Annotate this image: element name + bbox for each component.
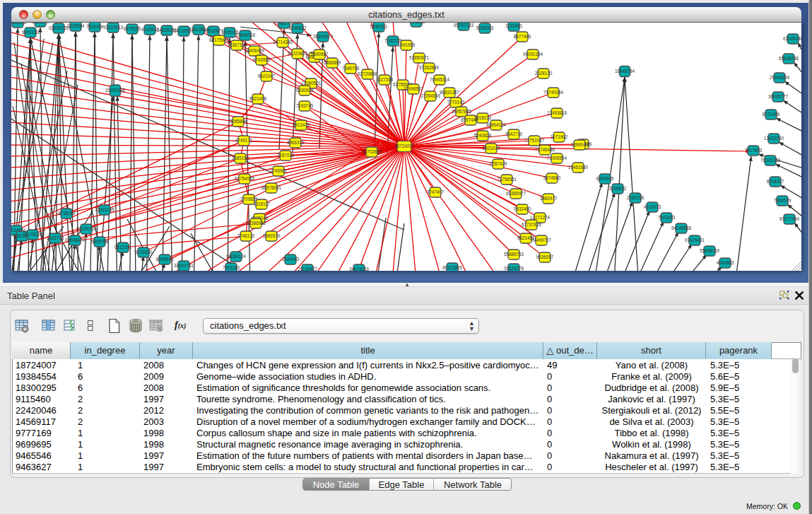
svg-text:60385977: 60385977	[506, 191, 526, 196]
svg-text:55698169: 55698169	[700, 248, 720, 253]
svg-text:76945314: 76945314	[430, 77, 450, 82]
svg-text:34714345: 34714345	[273, 40, 293, 45]
svg-text:1491905: 1491905	[398, 42, 416, 47]
svg-text:15451680: 15451680	[568, 165, 589, 170]
svg-text:94406409: 94406409	[245, 48, 265, 53]
svg-text:9421047: 9421047	[258, 74, 276, 78]
svg-text:3285884: 3285884	[230, 119, 247, 124]
svg-text:0932480: 0932480	[514, 206, 531, 211]
svg-text:3518233: 3518233	[474, 115, 492, 120]
svg-text:61595148: 61595148	[783, 36, 801, 41]
svg-text:81754965: 81754965	[235, 176, 255, 181]
svg-text:5240824: 5240824	[474, 133, 492, 138]
svg-text:01429401: 01429401	[685, 238, 705, 243]
svg-text:55886753: 55886753	[504, 252, 524, 257]
svg-text:7193745: 7193745	[296, 103, 314, 108]
svg-text:62729806: 62729806	[358, 71, 378, 76]
svg-text:3685160: 3685160	[232, 156, 249, 160]
svg-text:6998543: 6998543	[156, 257, 174, 262]
svg-text:87277434: 87277434	[779, 216, 800, 221]
svg-text:0842710: 0842710	[505, 132, 523, 136]
svg-text:4738299: 4738299	[58, 211, 76, 216]
svg-text:8721489: 8721489	[763, 112, 780, 117]
svg-text:4896383: 4896383	[408, 23, 425, 24]
svg-text:34624751: 34624751	[174, 263, 194, 268]
svg-text:9521456: 9521456	[249, 96, 267, 101]
svg-text:0330923: 0330923	[296, 88, 314, 93]
svg-text:7543303: 7543303	[658, 215, 676, 220]
svg-text:13493618: 13493618	[547, 110, 567, 115]
svg-text:34957885: 34957885	[452, 109, 472, 114]
svg-text:80112805: 80112805	[442, 265, 462, 270]
svg-text:1615594: 1615594	[67, 23, 85, 28]
svg-text:3158692: 3158692	[609, 186, 627, 191]
svg-text:8386379: 8386379	[32, 23, 49, 24]
svg-text:3747407: 3747407	[427, 189, 445, 194]
svg-text:4745171: 4745171	[235, 138, 253, 143]
svg-text:65648236: 65648236	[779, 56, 799, 61]
svg-text:87234309: 87234309	[76, 226, 97, 231]
svg-text:71746488: 71746488	[535, 147, 555, 152]
svg-text:6193990: 6193990	[135, 250, 153, 255]
svg-text:02606474: 02606474	[65, 238, 86, 243]
svg-text:7770143: 7770143	[447, 100, 465, 105]
svg-text:4060883: 4060883	[717, 260, 734, 265]
svg-text:13171274: 13171274	[530, 215, 551, 220]
svg-text:7889579: 7889579	[774, 198, 792, 203]
svg-text:62702895: 62702895	[362, 149, 382, 154]
svg-text:80831367: 80831367	[440, 90, 460, 95]
svg-text:17080531: 17080531	[301, 81, 322, 86]
svg-text:3482477: 3482477	[540, 196, 558, 201]
svg-text:62386922: 62386922	[246, 221, 266, 226]
svg-text:8148932: 8148932	[289, 25, 307, 30]
svg-text:7816184: 7816184	[86, 24, 104, 29]
svg-text:7187026: 7187026	[277, 153, 295, 158]
svg-text:86578091: 86578091	[261, 185, 282, 190]
svg-text:82175946: 82175946	[209, 37, 230, 42]
svg-text:2260256: 2260256	[627, 195, 645, 200]
svg-text:99091334: 99091334	[523, 52, 543, 57]
svg-text:74367136: 74367136	[227, 42, 247, 47]
svg-text:9912419: 9912419	[293, 122, 310, 127]
svg-text:5430391: 5430391	[370, 24, 388, 29]
svg-text:00524278: 00524278	[504, 266, 524, 271]
svg-text:34874016: 34874016	[349, 267, 370, 271]
svg-text:36995777: 36995777	[768, 94, 789, 99]
svg-text:7917693: 7917693	[745, 148, 763, 153]
svg-text:77752047: 77752047	[524, 138, 545, 143]
svg-text:6204505: 6204505	[596, 176, 614, 181]
svg-text:3709859: 3709859	[240, 197, 258, 201]
svg-text:02654235: 02654235	[49, 25, 69, 30]
svg-text:37631165: 37631165	[95, 207, 114, 212]
svg-text:97848018: 97848018	[235, 33, 256, 37]
svg-text:5009788: 5009788	[91, 239, 109, 244]
svg-text:9636057: 9636057	[536, 255, 554, 259]
svg-text:2787429: 2787429	[490, 161, 507, 166]
svg-text:27354549: 27354549	[420, 93, 441, 98]
svg-text:1824493: 1824493	[282, 257, 300, 262]
svg-text:8708317: 8708317	[767, 179, 784, 184]
svg-text:6475255: 6475255	[124, 26, 141, 31]
svg-text:76320163: 76320163	[760, 158, 781, 163]
svg-text:1031051: 1031051	[505, 23, 523, 28]
svg-text:67737826: 67737826	[522, 222, 542, 227]
svg-text:4316117: 4316117	[253, 201, 271, 206]
svg-text:1671902: 1671902	[551, 134, 568, 139]
svg-text:13433200: 13433200	[764, 136, 784, 141]
svg-text:1745961: 1745961	[270, 168, 288, 173]
svg-text:9600133: 9600133	[22, 30, 40, 35]
svg-text:4216073: 4216073	[644, 204, 661, 209]
svg-text:49894134: 49894134	[486, 122, 507, 127]
svg-text:7346706: 7346706	[342, 66, 360, 71]
svg-text:81223623: 81223623	[288, 51, 308, 56]
svg-text:57262849: 57262849	[419, 65, 440, 70]
svg-text:1746120: 1746120	[237, 233, 255, 238]
svg-text:5674680: 5674680	[543, 175, 561, 180]
svg-text:7991183: 7991183	[223, 265, 240, 270]
svg-text:1326773: 1326773	[47, 235, 64, 240]
svg-text:71756551: 71756551	[497, 177, 517, 182]
svg-text:73178108: 73178108	[23, 232, 43, 237]
svg-text:25135427: 25135427	[298, 267, 318, 271]
svg-text:1969379: 1969379	[263, 233, 281, 238]
svg-text:29946804: 29946804	[770, 75, 790, 80]
